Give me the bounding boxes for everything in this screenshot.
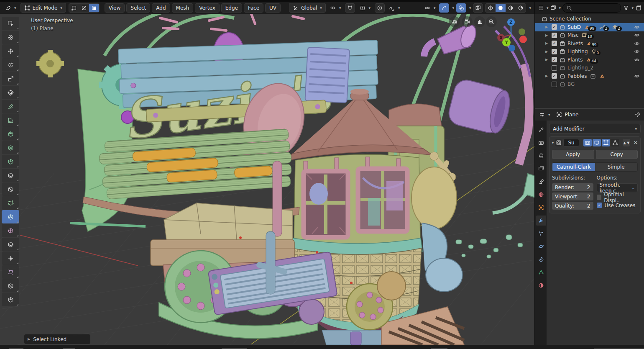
edge-select-button[interactable] (79, 4, 89, 12)
outliner-search-input[interactable] (562, 3, 621, 13)
outliner-row-misc[interactable]: ▶✓Misc10 (535, 31, 644, 40)
tool-spin[interactable] (2, 210, 19, 223)
menu-uv[interactable]: UV (265, 3, 281, 13)
modifier-toggle-on-cage[interactable] (611, 139, 619, 146)
overlays-toggle[interactable] (456, 3, 466, 13)
viewport-canvas[interactable]: Suzie's (0, 14, 534, 345)
falloff-dropdown[interactable]: ▾ (387, 3, 402, 12)
collection-checkbox[interactable] (552, 65, 557, 71)
modifier-toggle-render[interactable] (583, 139, 592, 146)
properties-tab-world[interactable] (536, 190, 546, 200)
visibility-eye-icon[interactable] (634, 40, 640, 46)
outliner-row-bg[interactable]: BG (535, 80, 644, 89)
properties-tab-particles[interactable] (536, 228, 546, 239)
rendered-shading-button[interactable] (516, 4, 526, 12)
visibility-eye-icon[interactable] (634, 73, 640, 79)
disclosure-arrow-icon[interactable]: ▶ (545, 41, 549, 45)
disclosure-arrow-icon[interactable]: ▶ (545, 33, 549, 37)
outliner-row-lighting_2[interactable]: Lighting_2 (535, 64, 644, 72)
tool-transform[interactable] (2, 86, 19, 99)
menu-face[interactable]: Face (244, 3, 263, 13)
delete-modifier-button[interactable]: ✕ (634, 140, 638, 146)
tool-tweak-select[interactable] (2, 17, 19, 30)
modifier-name-field[interactable]: Su (563, 139, 579, 146)
properties-tab-modifiers[interactable] (536, 216, 546, 226)
gizmos-toggle[interactable] (439, 3, 449, 13)
menu-mesh[interactable]: Mesh (172, 3, 194, 13)
apply-button[interactable]: Apply (552, 150, 594, 159)
visibility-eye-icon[interactable] (634, 56, 640, 63)
scene-collection-row[interactable]: Scene Collection (535, 15, 644, 23)
properties-tab-render[interactable] (536, 138, 546, 148)
disclosure-arrow-icon[interactable]: ▶ (545, 58, 549, 62)
visibility-eye-icon[interactable] (634, 24, 640, 30)
menu-vertex[interactable]: Vertex (195, 3, 220, 13)
snap-magnet-toggle[interactable] (345, 3, 355, 13)
orthographic-toggle-button[interactable] (449, 16, 460, 27)
outliner-row-rivets[interactable]: ▶✓Rivets99 (535, 39, 644, 48)
pan-view-button[interactable] (474, 16, 485, 27)
tool-shear[interactable] (2, 265, 19, 279)
new-collection-icon[interactable] (635, 5, 641, 11)
tool-cursor[interactable] (2, 31, 19, 44)
outliner-row-plants[interactable]: ▶✓Plants44 (535, 56, 644, 64)
tool-rip-edge[interactable] (2, 293, 19, 306)
properties-tab-physics[interactable] (536, 241, 546, 251)
collection-checkbox[interactable]: ✓ (552, 24, 557, 30)
field-quality[interactable]: Quality:2 (552, 202, 593, 210)
checkbox-row-optimaldispl[interactable]: Optimal Displ.. (597, 193, 638, 201)
tool-edge-slide[interactable] (2, 238, 19, 251)
properties-tab-scene[interactable] (536, 177, 546, 187)
tool-bevel[interactable] (2, 155, 19, 168)
type-option-simple[interactable]: Simple (595, 163, 638, 171)
tool-rip-region[interactable] (2, 279, 19, 293)
model-suzies-wagon[interactable]: Suzie's (36, 14, 534, 345)
orientation-dropdown[interactable]: Global ▾ (289, 3, 326, 13)
operator-panel-select-linked[interactable]: ▶ Select Linked (24, 334, 90, 344)
xray-toggle[interactable] (473, 3, 483, 13)
material-shading-button[interactable] (506, 4, 516, 12)
outliner-row-subd[interactable]: ▶✓SubD9922 (535, 23, 644, 31)
pivot-dropdown[interactable]: ▾ (358, 3, 372, 12)
vertex-select-button[interactable] (69, 4, 79, 12)
tool-inset-faces[interactable] (2, 141, 19, 154)
properties-tab-object[interactable] (536, 203, 546, 213)
menu-add[interactable]: Add (152, 3, 170, 13)
move-up-button[interactable]: ▲ (623, 139, 626, 146)
proportional-edit-toggle[interactable] (375, 3, 385, 13)
field-viewport[interactable]: Viewport:2 (552, 192, 593, 200)
wireframe-shading-button[interactable] (486, 4, 496, 12)
camera-view-button[interactable] (462, 16, 473, 27)
tool-annotate[interactable] (2, 100, 19, 113)
menu-select[interactable]: Select (126, 3, 150, 13)
move-down-button[interactable]: ▼ (626, 139, 630, 146)
snap-dropdown[interactable]: ▾ (328, 3, 343, 12)
properties-tab-object-data[interactable] (536, 267, 546, 277)
properties-tab-output[interactable] (536, 151, 546, 161)
type-option-catmullclark[interactable]: Catmull-Clark (552, 163, 595, 171)
tool-knife[interactable] (2, 182, 19, 196)
tool-extrude-region[interactable] (2, 127, 19, 141)
collection-checkbox[interactable]: ✓ (552, 33, 557, 38)
panel-divider[interactable] (534, 0, 535, 349)
solid-shading-button[interactable] (496, 4, 506, 12)
properties-tab-material[interactable] (536, 280, 546, 290)
outliner-filter-mode-icon[interactable] (550, 5, 557, 11)
tool-shrink-fatten[interactable] (2, 251, 19, 265)
properties-tab-constraints[interactable] (536, 254, 546, 264)
menu-edge[interactable]: Edge (221, 3, 242, 13)
tool-loop-cut[interactable] (2, 169, 19, 182)
tool-poly-build[interactable] (2, 196, 19, 210)
outliner-display-mode-icon[interactable] (538, 5, 544, 11)
add-modifier-dropdown[interactable]: Add Modifier ▾ (549, 124, 641, 133)
checkbox-row-usecreases[interactable]: ✓Use Creases (597, 201, 638, 209)
modifier-toggle-realtime[interactable] (593, 139, 601, 146)
tool-rotate[interactable] (2, 58, 19, 72)
disclosure-arrow-icon[interactable]: ▶ (545, 74, 549, 78)
editor-type-button[interactable]: ▾ (3, 3, 18, 12)
uv-smooth-dropdown[interactable]: Smooth, keep c.. ⌄ (597, 183, 638, 192)
properties-tab-view-layer[interactable] (536, 164, 546, 174)
filter-funnel-icon[interactable] (623, 5, 629, 11)
collection-checkbox[interactable]: ✓ (552, 57, 557, 62)
tool-scale[interactable] (2, 72, 19, 85)
